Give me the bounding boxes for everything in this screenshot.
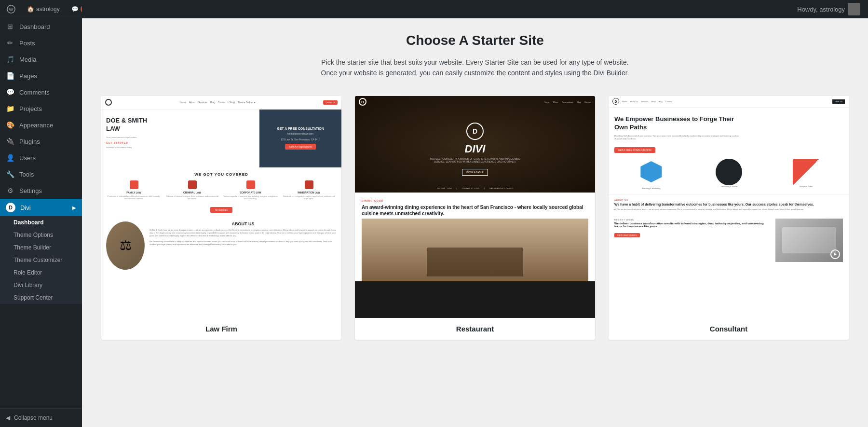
- user-avatar: [848, 3, 860, 15]
- templates-grid: Home About Services Blog Contact Shop Th…: [101, 96, 849, 340]
- submenu-item-divi-library[interactable]: Divi Library: [0, 279, 82, 291]
- posts-icon: ✏: [6, 39, 14, 47]
- sidebar-item-comments[interactable]: 💬 Comments: [0, 84, 82, 100]
- comments-icon: 💬: [6, 88, 14, 96]
- theme-options-label: Theme Options: [14, 232, 53, 238]
- submenu-item-role-editor[interactable]: Role Editor: [0, 266, 82, 279]
- sidebar-item-pages[interactable]: 📄 Pages: [0, 68, 82, 84]
- sidebar-item-label: Tools: [19, 171, 34, 178]
- law-firm-name: Law Firm: [101, 318, 341, 340]
- site-name-link[interactable]: 🏠 astrology: [24, 4, 63, 14]
- role-editor-label: Role Editor: [14, 269, 42, 276]
- sidebar-item-posts[interactable]: ✏ Posts: [0, 35, 82, 51]
- sidebar-item-label: Appearance: [19, 122, 53, 129]
- page-subtitle: Pick the starter site that best suits yo…: [318, 57, 632, 79]
- page-title: Choose A Starter Site: [101, 33, 849, 48]
- sidebar-item-users[interactable]: 👤 Users: [0, 150, 82, 166]
- submenu-item-theme-customizer[interactable]: Theme Customizer: [0, 254, 82, 266]
- sidebar-item-media[interactable]: 🎵 Media: [0, 51, 82, 68]
- sidebar-item-label: Settings: [19, 187, 42, 194]
- projects-icon: 📁: [6, 104, 14, 113]
- template-card-restaurant[interactable]: D Home Menu Reservations Blog Contact: [355, 96, 595, 340]
- collapse-menu-label: Collapse menu: [14, 414, 53, 421]
- main-content: Howdy, astrology Choose A Starter Site P…: [82, 0, 868, 427]
- sidebar-item-label: Dashboard: [19, 23, 50, 30]
- pages-icon: 📄: [6, 71, 14, 80]
- theme-customizer-label: Theme Customizer: [14, 257, 62, 263]
- restaurant-name: Restaurant: [355, 318, 595, 340]
- sidebar-item-label: Comments: [19, 89, 50, 96]
- sidebar-item-label: Divi: [20, 204, 31, 211]
- sidebar: W 🏠 astrology 💬 0 + New ⊞ Dashboard ✏ Po…: [0, 0, 82, 427]
- howdy-text: Howdy, astrology: [797, 6, 845, 13]
- sidebar-item-label: Users: [19, 154, 36, 162]
- sidebar-item-projects[interactable]: 📁 Projects: [0, 100, 82, 117]
- users-icon: 👤: [6, 153, 14, 162]
- plugins-icon: 🔌: [6, 137, 14, 146]
- tools-icon: 🔧: [6, 170, 14, 179]
- sidebar-topbar: W 🏠 astrology 💬 0 + New: [0, 0, 82, 18]
- consultant-preview-area: D Home About Us Services Shop Blog Conta…: [609, 96, 849, 318]
- submenu-item-theme-options[interactable]: Theme Options: [0, 229, 82, 241]
- sidebar-item-settings[interactable]: ⚙ Settings: [0, 182, 82, 199]
- settings-icon: ⚙: [6, 186, 14, 195]
- divi-submenu: Dashboard Theme Options Theme Builder Th…: [0, 216, 82, 304]
- admin-bar: Howdy, astrology: [82, 0, 868, 18]
- restaurant-preview: D Home Menu Reservations Blog Contact: [355, 96, 595, 318]
- sidebar-item-appearance[interactable]: 🎨 Appearance: [0, 117, 82, 133]
- sidebar-item-label: Media: [19, 56, 36, 63]
- support-center-label: Support Center: [14, 294, 53, 301]
- sidebar-item-tools[interactable]: 🔧 Tools: [0, 166, 82, 182]
- sidebar-item-dashboard[interactable]: ⊞ Dashboard: [0, 18, 82, 35]
- sidebar-item-divi[interactable]: D Divi ▶: [0, 199, 82, 216]
- media-icon: 🎵: [6, 55, 14, 64]
- theme-builder-label: Theme Builder: [14, 244, 51, 251]
- divi-icon: D: [6, 203, 15, 212]
- appearance-icon: 🎨: [6, 121, 14, 129]
- content-area: Choose A Starter Site Pick the starter s…: [82, 18, 868, 427]
- template-card-consultant[interactable]: D Home About Us Services Shop Blog Conta…: [609, 96, 849, 340]
- sidebar-item-plugins[interactable]: 🔌 Plugins: [0, 133, 82, 150]
- submenu-item-dashboard[interactable]: Dashboard: [0, 216, 82, 229]
- chevron-icon: ▶: [72, 205, 76, 210]
- sidebar-item-label: Plugins: [19, 138, 40, 145]
- submenu-item-support-center[interactable]: Support Center: [0, 291, 82, 304]
- dashboard-icon: ⊞: [6, 22, 14, 31]
- consultant-name: Consultant: [609, 318, 849, 340]
- sidebar-item-label: Posts: [19, 40, 35, 47]
- law-firm-preview: Home About Services Blog Contact Shop Th…: [101, 96, 341, 318]
- divi-library-label: Divi Library: [14, 282, 42, 289]
- law-nav: Home About Services Blog Contact Shop Th…: [101, 96, 341, 110]
- sidebar-item-label: Pages: [19, 72, 37, 80]
- sidebar-item-label: Projects: [19, 105, 42, 112]
- collapse-menu-button[interactable]: ◀ Collapse menu: [0, 408, 82, 427]
- collapse-arrow-icon: ◀: [6, 414, 10, 421]
- site-name-label: astrology: [36, 6, 60, 13]
- wp-logo-link[interactable]: W: [4, 3, 18, 15]
- svg-text:W: W: [9, 7, 14, 12]
- submenu-item-theme-builder[interactable]: Theme Builder: [0, 241, 82, 254]
- wordpress-icon: W: [7, 5, 15, 14]
- template-card-law-firm[interactable]: Home About Services Blog Contact Shop Th…: [101, 96, 341, 340]
